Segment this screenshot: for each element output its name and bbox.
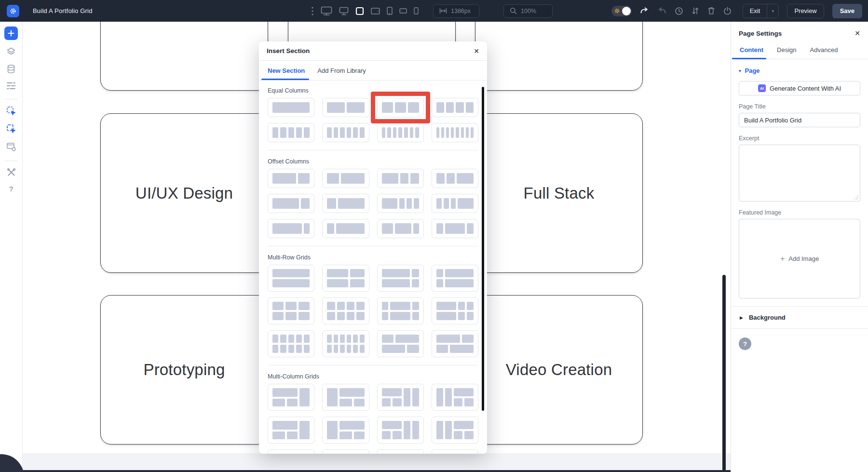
layout-thumbnail[interactable] — [322, 169, 369, 188]
layout-thumbnail[interactable] — [432, 169, 478, 188]
redo-icon[interactable] — [657, 7, 666, 14]
layout-thumbnail[interactable] — [377, 98, 424, 117]
panel-help-button[interactable]: ? — [739, 337, 751, 350]
select-element-icon[interactable] — [6, 106, 16, 116]
builder-settings-button[interactable] — [7, 5, 19, 17]
layout-thumbnail[interactable] — [268, 417, 314, 444]
tab-add-from-library[interactable]: Add From Library — [317, 61, 366, 80]
layout-thumbnail[interactable] — [322, 384, 369, 411]
layout-thumbnail[interactable] — [322, 219, 369, 238]
layout-thumbnail[interactable] — [432, 384, 478, 411]
layout-thumbnail[interactable] — [432, 297, 478, 324]
structure-list-icon[interactable] — [6, 81, 16, 90]
help-icon[interactable]: ? — [9, 185, 13, 193]
add-element-button[interactable] — [4, 27, 18, 40]
portfolio-card-partial[interactable] — [475, 22, 643, 91]
layout-thumbnail[interactable] — [268, 123, 314, 142]
breakpoint-active-square-icon[interactable] — [355, 7, 364, 15]
layout-thumbnail[interactable] — [432, 330, 478, 357]
add-image-dropzone[interactable]: + Add Image — [739, 219, 860, 298]
layout-thumbnail[interactable] — [432, 219, 478, 238]
more-options-icon[interactable] — [311, 6, 314, 16]
desktop-large-icon[interactable] — [321, 6, 332, 16]
layout-thumbnail[interactable] — [377, 449, 424, 454]
portfolio-card-partial[interactable] — [100, 22, 268, 91]
power-icon[interactable] — [723, 7, 732, 15]
layout-thumbnail[interactable] — [268, 449, 314, 454]
portfolio-card[interactable]: Full Stack — [475, 113, 643, 273]
layout-thumbnail[interactable] — [268, 98, 314, 117]
layout-thumbnail[interactable] — [432, 417, 478, 444]
layout-thumbnail[interactable] — [377, 169, 424, 188]
settings-toggle[interactable] — [611, 6, 632, 16]
zoom-level-input[interactable]: 100% — [503, 4, 553, 18]
portfolio-card[interactable]: UI/UX Design — [100, 113, 268, 273]
layout-thumbnail[interactable] — [322, 98, 369, 117]
editor-canvas[interactable]: UI/UX Design Full Stack Prototyping Vide… — [23, 22, 731, 472]
exit-button-label[interactable]: Exit — [743, 7, 767, 14]
layout-thumbnail[interactable] — [268, 169, 314, 188]
layout-thumbnail[interactable] — [268, 384, 314, 411]
close-icon[interactable]: ✕ — [854, 29, 860, 37]
canvas-width-input[interactable]: 1386px — [433, 4, 479, 18]
modal-scroll-area[interactable]: Equal ColumnsOffset ColumnsMulti-Row Gri… — [259, 81, 487, 454]
tab-advanced[interactable]: Advanced — [809, 42, 839, 59]
layout-thumbnail[interactable] — [322, 297, 369, 324]
modal-scrollbar[interactable] — [482, 87, 484, 411]
database-icon[interactable] — [6, 64, 16, 74]
page-title-input[interactable] — [739, 113, 860, 127]
trash-icon[interactable] — [707, 7, 715, 15]
layout-thumbnail[interactable] — [377, 330, 424, 357]
layout-thumbnail[interactable] — [432, 123, 478, 142]
layout-thumbnail[interactable] — [377, 123, 424, 142]
layout-thumbnail[interactable] — [432, 194, 478, 213]
layout-thumbnail[interactable] — [377, 384, 424, 411]
background-accordion[interactable]: ▶ Background — [731, 307, 868, 329]
layout-thumbnail[interactable] — [268, 219, 314, 238]
layout-thumbnail[interactable] — [322, 449, 369, 454]
phone-landscape-icon[interactable] — [399, 8, 407, 13]
tablet-landscape-icon[interactable] — [371, 8, 380, 14]
exit-split-button[interactable]: Exit ▾ — [743, 4, 779, 18]
layout-thumbnail[interactable] — [432, 98, 478, 117]
undo-icon[interactable] — [640, 7, 649, 14]
layout-thumbnail[interactable] — [377, 417, 424, 444]
layout-thumbnail[interactable] — [268, 265, 314, 292]
layout-thumbnail[interactable] — [377, 194, 424, 213]
tab-design[interactable]: Design — [776, 42, 797, 59]
phone-portrait-icon[interactable] — [414, 7, 419, 14]
preview-button[interactable]: Preview — [787, 4, 824, 18]
layout-thumbnail[interactable] — [322, 330, 369, 357]
layout-thumbnail[interactable] — [377, 297, 424, 324]
resize-handle-icon[interactable] — [854, 195, 858, 200]
close-icon[interactable]: ✕ — [474, 48, 479, 54]
layout-thumbnail[interactable] — [268, 194, 314, 213]
layout-thumbnail[interactable] — [377, 265, 424, 292]
canvas-scrollbar[interactable] — [722, 275, 726, 471]
tools-icon[interactable] — [7, 168, 16, 177]
portfolio-card[interactable]: Prototyping — [100, 295, 268, 445]
layout-thumbnail[interactable] — [322, 417, 369, 444]
tab-content[interactable]: Content — [739, 42, 764, 59]
page-accordion[interactable]: ▾ Page — [739, 67, 860, 74]
sort-arrows-icon[interactable] — [692, 7, 699, 15]
layout-thumbnail[interactable] — [268, 297, 314, 324]
desktop-icon[interactable] — [339, 7, 349, 15]
layers-icon[interactable] — [6, 47, 16, 56]
layout-thumbnail[interactable] — [432, 449, 478, 454]
select-container-icon[interactable] — [6, 124, 16, 134]
layout-thumbnail[interactable] — [322, 123, 369, 142]
tab-new-section[interactable]: New Section — [268, 61, 305, 80]
layout-thumbnail[interactable] — [268, 330, 314, 357]
layout-thumbnail[interactable] — [322, 265, 369, 292]
portfolio-card[interactable]: Video Creation — [475, 295, 643, 445]
layout-thumbnail[interactable] — [432, 265, 478, 292]
save-button[interactable]: Save — [832, 4, 862, 18]
exit-caret[interactable]: ▾ — [767, 4, 778, 18]
history-clock-icon[interactable] — [675, 7, 683, 15]
layout-thumbnail[interactable] — [377, 219, 424, 238]
layout-thumbnail[interactable] — [322, 194, 369, 213]
template-settings-icon[interactable] — [6, 142, 16, 152]
tablet-portrait-icon[interactable] — [387, 7, 393, 15]
generate-content-ai-button[interactable]: AI Generate Content With AI — [739, 81, 860, 95]
